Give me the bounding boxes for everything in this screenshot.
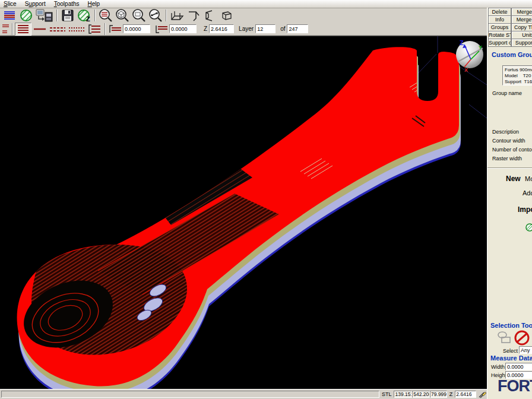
range-start-input[interactable] xyxy=(123,24,150,33)
insight-application: Slice Support Toolpaths Help xyxy=(0,0,532,399)
dotted-line-icon[interactable] xyxy=(67,23,86,36)
contour-width-label: Contour width xyxy=(492,138,525,144)
toolbar-separator xyxy=(12,23,13,35)
fortus-logo: FORTUS xyxy=(498,377,532,395)
width-input[interactable]: 0.0000 xyxy=(505,363,532,370)
panel-divider xyxy=(487,167,532,169)
layer-label: Layer xyxy=(239,26,254,32)
select-label: Select xyxy=(503,348,518,354)
support-tip-value: T16 tip xyxy=(524,79,532,84)
description-label: Description xyxy=(492,129,519,135)
view-bottom-icon[interactable] xyxy=(169,9,185,22)
info-button[interactable]: Info xyxy=(488,15,511,24)
merge-open-button[interactable]: Merge op xyxy=(511,8,532,16)
number-of-contours-label: Number of contours xyxy=(492,147,532,153)
menu-toolpaths[interactable]: Toolpaths xyxy=(54,1,80,7)
view-cube-icon[interactable] xyxy=(218,9,235,22)
menu-bar: Slice Support Toolpaths Help xyxy=(0,0,532,8)
custom-groups-header: Custom Groups xyxy=(492,51,532,58)
toolpath-small-icon[interactable] xyxy=(1,23,10,36)
save-icon[interactable] xyxy=(59,9,76,22)
z-input[interactable] xyxy=(209,24,234,33)
toolbar-separator xyxy=(104,23,106,35)
zoom-layers-icon[interactable] xyxy=(97,9,114,22)
support-ops-button[interactable]: Support ops xyxy=(488,39,511,47)
range-end-input[interactable] xyxy=(169,24,197,33)
zoom-extents-icon[interactable] xyxy=(147,9,164,22)
dashed-line-icon[interactable] xyxy=(48,23,67,36)
slice-z-icon[interactable]: Z xyxy=(76,9,93,22)
solid-line-icon[interactable] xyxy=(31,23,48,36)
zoom-out-icon[interactable] xyxy=(131,9,147,22)
merge-closed-button[interactable]: Merge clo xyxy=(511,15,532,24)
measure-tool-icon[interactable] xyxy=(479,391,487,398)
support-values-button[interactable]: Support va xyxy=(511,39,532,47)
deselect-icon[interactable] xyxy=(514,330,530,346)
status-z-label: Z xyxy=(449,391,453,397)
raster-width-label: Raster width xyxy=(492,156,522,162)
group-name-label: Group name xyxy=(492,90,522,96)
width-label: Width xyxy=(491,364,505,370)
bracket-layers-icon[interactable] xyxy=(86,23,103,36)
select-shapes-icon[interactable] xyxy=(497,331,512,345)
of-label: of xyxy=(280,26,285,32)
selection-tools-header: Selection Tools xyxy=(490,322,532,329)
right-panel: Delete Merge op Info Merge clo Groups Co… xyxy=(487,8,532,399)
toolbar-separator xyxy=(56,10,58,21)
model-canvas: Z Y X xyxy=(0,36,487,390)
stl-z-field: 79.9996 xyxy=(430,391,447,398)
toolbar-separator xyxy=(166,10,167,21)
z-axis-label: Z xyxy=(460,39,464,46)
add-button[interactable]: Add xyxy=(522,189,532,197)
copy-through-button[interactable]: Copy Throu xyxy=(511,23,532,31)
viewport-3d[interactable]: Z Y X xyxy=(0,36,487,389)
z-label: Z xyxy=(204,26,207,32)
measure-data-header: Measure Data xyxy=(490,354,532,362)
support-tip-label: Support xyxy=(505,79,521,84)
layer-z-field: 2.6416 xyxy=(455,391,476,398)
range-start-icon[interactable] xyxy=(107,23,123,36)
rotate-stl-button[interactable]: Rotate STL xyxy=(488,31,511,39)
machine-name: Fortus 900mc xyxy=(505,67,532,73)
units-button[interactable]: Units xyxy=(511,31,532,39)
zoom-cube-icon[interactable] xyxy=(114,9,131,22)
layer-toolbar: Z Layer of xyxy=(0,23,487,36)
stl-x-field: 139.151 xyxy=(394,391,412,398)
layer-input[interactable] xyxy=(255,24,276,33)
delete-button[interactable]: Delete xyxy=(488,8,511,16)
slice-layers-icon[interactable] xyxy=(1,9,18,22)
orientation-ball[interactable]: Z Y X xyxy=(456,39,483,73)
status-bar: STL 139.151 542.208 79.9996 Z 2.6416 xyxy=(0,389,487,399)
layers-stack-icon[interactable] xyxy=(15,23,31,36)
main-toolbar: Z xyxy=(0,8,487,23)
select-dropdown[interactable]: Any xyxy=(519,346,532,354)
layer-total-input[interactable] xyxy=(287,24,308,33)
toolbar-separator xyxy=(94,10,96,21)
view-side-icon[interactable] xyxy=(202,9,218,22)
groups-button[interactable]: Groups xyxy=(488,23,511,31)
slice-part-icon[interactable] xyxy=(18,9,34,22)
menu-support[interactable]: Support xyxy=(25,1,46,7)
menu-help[interactable]: Help xyxy=(88,1,100,7)
menu-slice[interactable]: Slice xyxy=(4,1,17,7)
machine-info-box: Fortus 900mc Model T20 tip Support T16 t… xyxy=(502,65,532,86)
stl-label: STL xyxy=(382,391,392,397)
model-tip-value: T20 tip xyxy=(523,73,532,78)
model-tip-label: Model xyxy=(505,73,518,78)
send-to-printer-icon[interactable] xyxy=(34,9,55,22)
view-iso-icon[interactable] xyxy=(185,9,202,22)
stl-y-field: 542.208 xyxy=(412,391,430,398)
import-button[interactable]: Import xyxy=(518,205,532,214)
import-green-icon[interactable] xyxy=(525,223,532,232)
modify-button[interactable]: Modify xyxy=(525,175,532,182)
y-axis-label: Y xyxy=(479,45,482,50)
x-axis-label: X xyxy=(464,67,468,73)
range-end-icon[interactable] xyxy=(154,23,169,36)
status-message-field xyxy=(1,391,379,398)
new-button[interactable]: New xyxy=(506,175,521,183)
svg-text:Z: Z xyxy=(86,15,90,22)
